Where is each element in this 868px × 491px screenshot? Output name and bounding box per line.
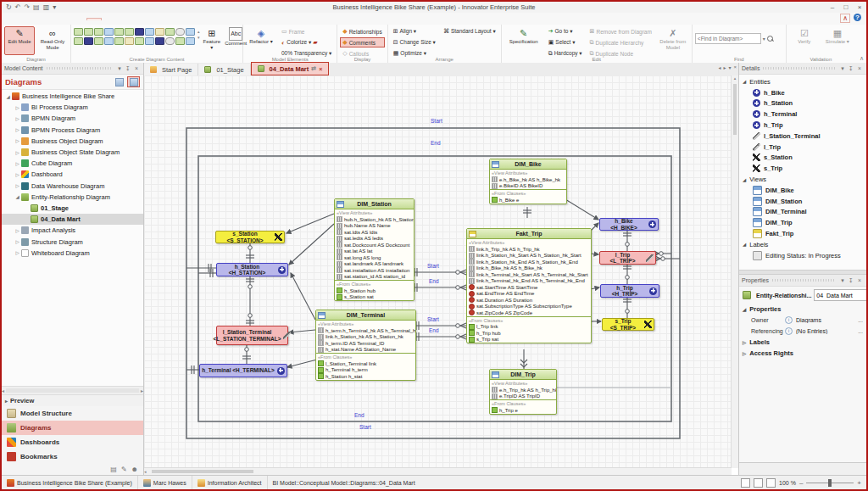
refactor-button[interactable]: ◈ Refactor ▾	[246, 26, 276, 55]
shape-icon[interactable]	[175, 37, 185, 45]
sync-icon[interactable]: ↻	[6, 3, 12, 12]
view-attribute-row[interactable]: sat.landmark AS landmark	[335, 261, 414, 268]
drag-handle[interactable]	[772, 279, 835, 282]
shape-icon[interactable]	[145, 28, 154, 36]
colorize-button[interactable]: ◐Colorize ▾▰	[279, 37, 334, 47]
find-dropdown-icon[interactable]: ▾	[763, 36, 765, 42]
shape-icon[interactable]	[165, 37, 175, 45]
info-icon[interactable]: i	[785, 316, 793, 324]
shape-icon[interactable]	[94, 37, 103, 45]
details-group-views[interactable]: Views	[739, 174, 866, 185]
view-attribute-row[interactable]: e.BikeID AS BikeID	[490, 183, 566, 190]
menu-tab[interactable]	[19, 18, 32, 20]
entity-node-s-trip[interactable]: s_Trip <S_TRIP>	[602, 318, 654, 331]
details-entity-item[interactable]: l_Trip	[739, 142, 866, 153]
view-attribute-row[interactable]: sat.EndTime AS EndTime	[467, 291, 591, 298]
expander-icon[interactable]: ▷	[14, 161, 21, 166]
referencing-more-button[interactable]: ...	[858, 328, 863, 334]
details-view-item[interactable]: DIM_Terminal	[739, 207, 866, 218]
expander-icon[interactable]: ▷	[14, 127, 21, 132]
details-group-labels[interactable]: Labels	[739, 239, 866, 250]
info-icon[interactable]: i	[785, 327, 793, 335]
pin-icon[interactable]: ↧	[847, 277, 855, 284]
entity-node-h-trip[interactable]: h_Trip <H_TRIP>	[600, 284, 659, 298]
details-entity-item[interactable]: h_Trip	[739, 120, 866, 131]
brush-icon[interactable]: ▰	[313, 39, 317, 46]
scroll-up-icon[interactable]: ▴	[734, 75, 737, 81]
entity-node-l-trip[interactable]: l_Trip <L_TRIP>	[599, 251, 656, 265]
shape-icon[interactable]	[74, 37, 83, 45]
close-tab-icon[interactable]: ×	[319, 66, 322, 72]
sidebar-nav-item[interactable]: Model Structure	[2, 406, 143, 421]
user-presence-icon[interactable]: ☻	[131, 466, 138, 473]
shape-icon[interactable]	[135, 28, 144, 36]
labels-section-header[interactable]: Labels	[739, 337, 866, 348]
view-attribute-row[interactable]: h_stat.Name AS Station_Name	[316, 347, 415, 354]
details-entity-item[interactable]: l_Station_Terminal	[739, 131, 866, 142]
p in-icon[interactable]: ↧	[124, 65, 132, 72]
view-attribute-row[interactable]: link.h_Terminal_hk_End AS h_Terminal_hk_…	[467, 278, 591, 285]
close-panel-icon[interactable]: ×	[855, 65, 864, 71]
undo-icon[interactable]: ↶	[15, 3, 21, 12]
shape-icon[interactable]	[84, 37, 93, 45]
canvas-horizontal-scrollbar[interactable]: ◂	[144, 467, 732, 475]
close-panel-icon[interactable]: ×	[132, 65, 141, 71]
relationships-button[interactable]: ◆Relationships	[340, 26, 384, 36]
menu-tab[interactable]	[86, 18, 102, 20]
sidebar-nav-item[interactable]: Dashboards	[2, 435, 143, 449]
view-attribute-row[interactable]: link.h_Terminal_hk_Start AS h_Terminal_h…	[467, 271, 591, 278]
shape-icon[interactable]	[135, 37, 144, 45]
shape-icon[interactable]	[74, 28, 83, 36]
pin-icon[interactable]: ↧	[847, 65, 855, 72]
scroll-left-icon[interactable]: ◂	[2, 388, 4, 393]
view-attribute-row[interactable]: sat.station_id AS station_id	[335, 274, 414, 281]
details-label-item[interactable]: Editing Status: In Progress	[739, 250, 866, 261]
expander-icon[interactable]: ▷	[14, 116, 21, 121]
view-node-dim-terminal[interactable]: DIM_Terminal «View Attributes» h_term.h_…	[315, 310, 416, 381]
fit-page-icon[interactable]	[766, 478, 776, 488]
tree-item[interactable]: ▷ Business Object Diagram	[2, 136, 143, 147]
tree-item[interactable]: ▷ Whiteboard Diagram	[2, 248, 143, 259]
drag-handle[interactable]	[763, 67, 835, 70]
tab-04-data-mart[interactable]: 04_Data Mart ⇄ ×	[251, 62, 330, 75]
from-clause-row[interactable]: h_Station h_stat	[316, 373, 415, 380]
collapse-ribbon-icon[interactable]: ∧	[860, 55, 864, 62]
view-attribute-row[interactable]: link.h_Bike_hk AS h_Bike_hk	[467, 265, 591, 272]
zoom-slider-thumb[interactable]	[828, 479, 832, 487]
list-view-icon[interactable]	[127, 76, 140, 87]
entity-node-s-station[interactable]: s_Station <S_STATION>	[215, 231, 285, 243]
tab-close-all-icon[interactable]: ×	[733, 64, 737, 70]
scroll-left-icon[interactable]: ◂	[144, 469, 147, 474]
view-node-dim-station[interactable]: DIM_Station «View Attributes» hub.h_Stat…	[334, 198, 415, 301]
copy-icon[interactable]: ▤	[33, 3, 40, 12]
shape-icon[interactable]	[125, 37, 134, 45]
tree-item[interactable]: ▷ BPMN Diagram	[2, 113, 143, 124]
frame-button[interactable]: ▭Frame	[279, 26, 334, 36]
view-attribute-row[interactable]: link.h_Station_hk AS h_Station_hk	[316, 334, 415, 341]
entity-node-l-station-terminal[interactable]: l_Station_Terminal <L_STATION_TERMINAL>	[216, 326, 288, 345]
menu-tab[interactable]	[102, 18, 115, 20]
expander-icon[interactable]: ▷	[14, 183, 21, 188]
expander-icon[interactable]: ▷	[14, 105, 21, 110]
shape-icon[interactable]	[84, 28, 93, 36]
menu-tab[interactable]	[59, 18, 73, 20]
zoom-out-button[interactable]: –	[799, 479, 803, 487]
align-button[interactable]: ⊞Align ▾	[391, 26, 438, 36]
tab-list-icon[interactable]: ▾	[728, 64, 731, 70]
details-entity-item[interactable]: h_Bike	[739, 87, 866, 98]
goto-button[interactable]: ➔Go to ▾	[546, 26, 585, 36]
edit-status-icon[interactable]: ✎	[121, 466, 127, 473]
zoom-region-icon[interactable]	[754, 478, 763, 488]
status-model[interactable]: Business Intelligence Bike Share (Exampl…	[2, 476, 138, 489]
tree-item[interactable]: ▷ BPMN Process Diagram	[2, 125, 143, 136]
owner-more-button[interactable]: ...	[858, 317, 863, 323]
expander-icon[interactable]: ◢	[4, 94, 12, 99]
zoom-in-button[interactable]: +	[857, 479, 861, 487]
standard-layout-button[interactable]: ⌘Standard Layout ▾	[441, 26, 498, 36]
view-attribute-row[interactable]: sat.long AS long	[335, 254, 414, 261]
properties-section-header[interactable]: Properties	[739, 304, 866, 315]
mail-icon[interactable]: ▤	[110, 466, 117, 473]
view-attribute-row[interactable]: h_term.h_Terminal_hk AS h_Terminal_hk	[316, 327, 415, 334]
feature-button[interactable]: ⊞ Feature ▾	[203, 26, 222, 55]
panel-menu-icon[interactable]: ▾	[838, 277, 847, 284]
